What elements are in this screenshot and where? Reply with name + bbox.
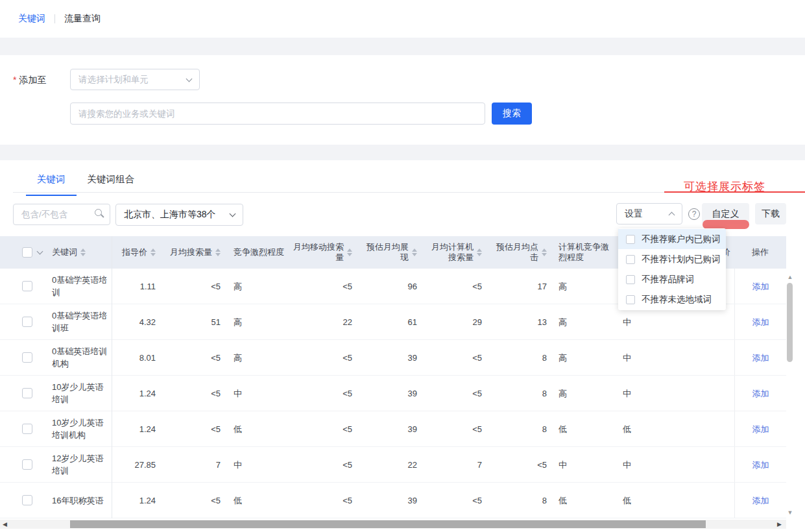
- col-header-select[interactable]: [0, 236, 45, 269]
- settings-dropdown-item[interactable]: 不推荐账户内已购词: [618, 229, 726, 249]
- column-label: 月均搜索量: [170, 247, 212, 258]
- help-icon[interactable]: [688, 208, 700, 220]
- search-button[interactable]: 搜索: [492, 103, 532, 125]
- cell-keyword: 0基础英语培训机构: [45, 340, 112, 375]
- cell-guide_price: 1.24: [112, 376, 161, 411]
- cell-keyword: 12岁少儿英语培训: [45, 447, 112, 482]
- cell-mobile_competition: 中: [613, 340, 678, 375]
- keyword-text: 10岁少儿英语培训机构: [52, 417, 109, 441]
- cell-mobile_competition: 低: [613, 411, 678, 446]
- cell-mobile_search: <5: [291, 269, 359, 304]
- cell-keyword: 0基础学英语培训: [45, 269, 112, 304]
- scroll-right-icon[interactable]: ▶: [777, 521, 782, 527]
- cell-select: [0, 304, 45, 339]
- add-keyword-link[interactable]: 添加: [752, 387, 769, 400]
- add-keyword-link[interactable]: 添加: [752, 423, 769, 435]
- cell-price_partial: [678, 447, 734, 482]
- add-keyword-link[interactable]: 添加: [752, 459, 769, 471]
- col-header-guide_price[interactable]: 指导价: [112, 236, 161, 269]
- cell-select: [0, 447, 45, 482]
- row-checkbox[interactable]: [22, 317, 32, 327]
- horizontal-scrollbar-thumb[interactable]: [70, 520, 706, 528]
- column-label: 指导价: [122, 247, 147, 258]
- dropdown-item-checkbox[interactable]: [626, 275, 635, 284]
- column-label: 操作: [752, 247, 769, 258]
- col-header-mobile_search[interactable]: 月均移动搜索量: [291, 236, 359, 269]
- nav-tab-keywords[interactable]: 关键词: [18, 13, 45, 25]
- col-header-est_monthly_clicks[interactable]: 预估月均点击: [488, 236, 553, 269]
- cell-pc_competition: 低: [553, 411, 613, 446]
- vertical-scrollbar[interactable]: ▲ ▼: [786, 270, 795, 518]
- add-keyword-link[interactable]: 添加: [752, 352, 769, 364]
- keyword-text: 10岁少儿英语培训: [52, 381, 109, 405]
- chevron-down-icon[interactable]: [37, 248, 43, 255]
- cell-price_partial: [678, 340, 734, 375]
- cell-price_partial: [678, 411, 734, 446]
- cell-pc_competition: 高: [553, 340, 613, 375]
- col-header-monthly_search[interactable]: 月均搜索量: [161, 236, 226, 269]
- download-button[interactable]: 下载: [755, 203, 786, 224]
- scroll-left-icon[interactable]: ◀: [3, 521, 7, 527]
- cell-monthly_search: 7: [161, 447, 226, 482]
- col-header-keyword[interactable]: 关键词: [45, 236, 112, 269]
- select-all-checkbox[interactable]: [22, 247, 32, 258]
- column-label: 预估月均点击: [488, 242, 538, 263]
- add-keyword-link[interactable]: 添加: [752, 280, 769, 293]
- horizontal-scrollbar[interactable]: ◀ ▶: [0, 519, 805, 529]
- cell-mobile_search: <5: [291, 411, 359, 446]
- row-checkbox[interactable]: [22, 459, 32, 470]
- cell-competition: 高: [226, 340, 291, 375]
- cell-guide_price: 4.32: [112, 304, 161, 339]
- sort-icon: [542, 248, 547, 256]
- section-divider-band: [0, 38, 805, 55]
- cell-pc_competition: 高: [553, 304, 613, 339]
- dropdown-item-label: 不推荐账户内已购词: [642, 234, 721, 245]
- cell-mobile_competition: 低: [613, 483, 678, 518]
- scroll-down-icon[interactable]: ▼: [787, 509, 793, 516]
- dropdown-item-label: 不推荐品牌词: [642, 274, 694, 285]
- table-row: 10岁少儿英语培训机构1.24<5低<539<58低低添加: [0, 411, 786, 447]
- cell-est_monthly_impressions: 61: [359, 304, 424, 339]
- dropdown-item-checkbox[interactable]: [626, 295, 635, 304]
- region-select[interactable]: 北京市、上海市等38个: [115, 204, 243, 226]
- col-header-pc_search[interactable]: 月均计算机搜索量: [424, 236, 488, 269]
- row-checkbox[interactable]: [22, 495, 32, 505]
- row-checkbox[interactable]: [22, 352, 32, 363]
- plan-unit-select[interactable]: 请选择计划和单元: [70, 69, 200, 90]
- nav-tab-traffic-query[interactable]: 流量查询: [64, 13, 101, 25]
- cell-pc_competition: 高: [553, 269, 613, 304]
- add-keyword-link[interactable]: 添加: [752, 316, 769, 328]
- cell-keyword: 16年职称英语: [45, 483, 112, 518]
- cell-pc_competition: 高: [553, 376, 613, 411]
- row-checkbox[interactable]: [22, 424, 32, 434]
- settings-dropdown-item[interactable]: 不推荐品牌词: [618, 269, 726, 289]
- add-keyword-link[interactable]: 添加: [752, 494, 769, 507]
- sort-icon: [347, 248, 352, 256]
- col-header-est_monthly_impressions[interactable]: 预估月均展现: [359, 236, 424, 269]
- scroll-up-icon[interactable]: ▲: [787, 274, 793, 280]
- annotation-underline: [664, 191, 805, 193]
- settings-dropdown-item[interactable]: 不推荐计划内已购词: [618, 249, 726, 269]
- cell-keyword: 10岁少儿英语培训: [45, 376, 112, 411]
- settings-select[interactable]: 设置: [616, 203, 682, 224]
- dropdown-item-checkbox[interactable]: [626, 255, 635, 264]
- settings-dropdown-item[interactable]: 不推荐未选地域词: [618, 289, 726, 309]
- vertical-scrollbar-thumb[interactable]: [787, 283, 793, 362]
- sort-icon: [477, 248, 482, 256]
- cell-est_monthly_clicks: 8: [488, 483, 553, 518]
- cell-select: [0, 269, 45, 304]
- sort-icon: [215, 248, 221, 256]
- cell-est_monthly_impressions: 39: [359, 411, 424, 446]
- cell-competition: 高: [226, 269, 291, 304]
- chevron-up-icon: [669, 212, 675, 219]
- keyword-text: 0基础学英语培训班: [52, 309, 109, 334]
- dropdown-item-checkbox[interactable]: [626, 235, 635, 244]
- cell-est_monthly_impressions: 39: [359, 483, 424, 518]
- row-checkbox[interactable]: [22, 281, 32, 291]
- sort-icon: [80, 248, 86, 256]
- settings-dropdown-panel: 不推荐账户内已购词不推荐计划内已购词不推荐品牌词不推荐未选地域词: [618, 228, 726, 310]
- row-checkbox[interactable]: [22, 388, 32, 398]
- cell-action: 添加: [734, 411, 786, 446]
- business-keyword-search-input[interactable]: [70, 103, 485, 125]
- cell-action: 添加: [734, 483, 786, 518]
